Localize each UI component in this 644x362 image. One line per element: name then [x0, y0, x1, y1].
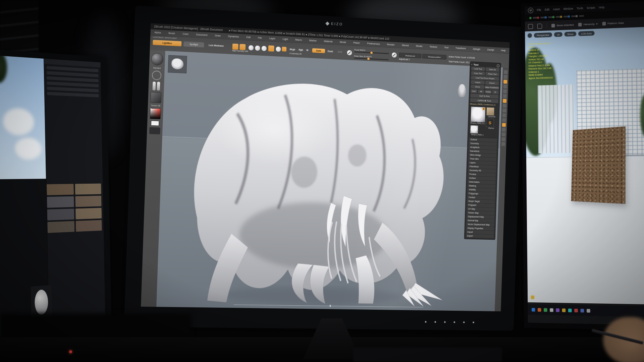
show-inherited-button[interactable]: Show Inherited	[551, 23, 574, 27]
zbrush-menu-item[interactable]: Preferences	[367, 42, 380, 46]
side-strip-icon[interactable]	[502, 118, 506, 122]
browse-icon[interactable]	[537, 23, 542, 28]
z-intensity-slider[interactable]: Z Intensity 25	[289, 52, 338, 57]
unreal-menu-item[interactable]: Tools	[577, 6, 583, 10]
collapse-arrow-icon[interactable]: ‹	[471, 63, 472, 66]
list-item[interactable]	[47, 81, 99, 87]
tool-palette-button[interactable]: Make PolyMesh3D	[485, 85, 499, 89]
zbrush-menu-item[interactable]: Macro	[295, 38, 302, 42]
tool-palette-button[interactable]: Import	[471, 80, 485, 84]
lit-mode-button[interactable]: Lit	[554, 32, 562, 37]
side-strip-icon[interactable]	[502, 113, 506, 117]
unreal-menu-item[interactable]: Window	[563, 7, 573, 11]
lazy-mouse-icon[interactable]	[391, 52, 397, 58]
zcut-toggle[interactable]: Zcut	[338, 51, 342, 53]
list-item[interactable]	[47, 76, 99, 82]
focal-shift-handle[interactable]	[370, 52, 373, 54]
zsub-toggle[interactable]: Zsub	[327, 50, 333, 53]
zbrush-menu-item[interactable]: Color	[182, 32, 189, 36]
osd-button[interactable]	[434, 321, 436, 323]
stroke-curve-icon[interactable]	[346, 50, 353, 56]
replay-last-button[interactable]: ReplayLast	[399, 53, 421, 58]
tool-palette-button[interactable]: Paste Tool	[485, 72, 499, 76]
zbrush-menu-item[interactable]: Light	[283, 38, 288, 41]
unreal-menu-item[interactable]: Edit	[545, 8, 549, 11]
taskbar-app-icon[interactable]	[532, 308, 535, 311]
taskbar-app-icon[interactable]	[550, 308, 553, 312]
zbrush-menu-item[interactable]: Help	[501, 49, 506, 52]
tool-palette-button[interactable]: Visible	[485, 90, 492, 94]
texture-thumbnail[interactable]	[150, 92, 161, 103]
asset-icon[interactable]	[531, 296, 535, 299]
hierarchy-button[interactable]: Hierarchy ▾	[578, 22, 598, 26]
taskbar-app-icon[interactable]	[544, 308, 547, 312]
tool-palette-button[interactable]: GoZ To Print	[470, 94, 498, 99]
taskbar-app-icon[interactable]	[562, 308, 566, 312]
color-swatch[interactable]	[151, 121, 159, 126]
zbrush-menu-item[interactable]: Movie	[340, 41, 346, 44]
tool-subpalette-item[interactable]: Vector Displacement Map	[466, 223, 494, 227]
texture-slot-button[interactable]	[268, 45, 274, 52]
side-strip-icon[interactable]	[503, 104, 506, 108]
zbrush-menu-item[interactable]: Tool	[444, 46, 448, 49]
save-icon[interactable]	[528, 24, 533, 29]
platform-stats-button[interactable]: Platform Stats	[602, 21, 624, 25]
osd-button[interactable]	[453, 321, 455, 323]
alpha-bars-icon[interactable]	[153, 81, 160, 90]
brush-preset-button[interactable]	[232, 44, 238, 50]
list-item[interactable]	[47, 92, 99, 97]
zbrush-menu-item[interactable]: Layer	[269, 37, 275, 40]
unreal-menu-item[interactable]: Help	[599, 6, 604, 9]
zbrush-menu-item[interactable]: Texture	[430, 45, 437, 49]
reference-bust-thumbnail[interactable]	[458, 84, 466, 97]
zbrush-menu-item[interactable]: Material	[324, 40, 333, 43]
taskbar-app-icon[interactable]	[587, 309, 590, 312]
tool-palette-button[interactable]: Save As	[486, 67, 499, 72]
reference-thumbnail[interactable]	[47, 209, 74, 221]
tool-subpalette-item[interactable]: Export	[466, 234, 494, 238]
side-strip-icon[interactable]	[503, 89, 507, 93]
zbrush-menu-item[interactable]: Render	[387, 43, 394, 46]
side-strip-icon[interactable]	[501, 142, 505, 146]
reference-thumbnail[interactable]	[47, 196, 74, 208]
side-strip-icon[interactable]	[503, 80, 507, 84]
osd-button[interactable]	[425, 321, 427, 323]
adjust-last-control[interactable]: AdjustLast 1	[399, 58, 410, 61]
list-item[interactable]	[47, 86, 99, 92]
osd-button[interactable]	[463, 321, 465, 323]
zbrush-menu-item[interactable]: Brush	[168, 32, 175, 35]
brush-preset-button[interactable]	[239, 44, 246, 50]
osd-button[interactable]	[444, 321, 446, 323]
brush-thumbnail[interactable]	[151, 53, 163, 66]
side-strip-icon[interactable]	[504, 70, 507, 74]
tool-palette-button[interactable]: Lightbox ▶ Tools	[470, 98, 498, 103]
zbrush-menu-item[interactable]: Stroke	[416, 45, 423, 48]
zbrush-menu-item[interactable]: Picker	[353, 41, 360, 45]
color-picker[interactable]	[150, 108, 161, 119]
show-flags-button[interactable]: Show	[565, 32, 577, 37]
timeline-marker[interactable]	[330, 305, 331, 307]
tool-palette-button[interactable]: Load Tool	[471, 67, 485, 71]
reference-thumbnail[interactable]	[75, 196, 101, 207]
recent-tool-thumbnail[interactable]	[486, 107, 494, 116]
m-toggle[interactable]: M	[306, 49, 308, 51]
unreal-menu-item[interactable]: Scripts	[587, 6, 595, 10]
replay-last-rel-button[interactable]: ReplayLastRel	[422, 54, 446, 60]
zbrush-menu-item[interactable]: Marker	[309, 39, 317, 42]
zbrush-menu-item[interactable]: Dynamics	[228, 35, 239, 38]
status-indicator-icon[interactable]	[568, 15, 570, 17]
tool-preview-thumbnail[interactable]	[168, 55, 187, 73]
side-strip-icon[interactable]	[503, 94, 507, 98]
zbrush-canvas[interactable]	[156, 51, 503, 311]
reference-thumbnail[interactable]	[75, 208, 102, 219]
lightbox-button[interactable]: LightBox	[153, 40, 181, 46]
zbrush-menu-item[interactable]: Stencil	[402, 44, 409, 47]
zbrush-menu-item[interactable]: Transform	[455, 47, 466, 50]
list-item[interactable]	[47, 71, 99, 77]
tool-subpalette-item[interactable]: Display Properties	[466, 226, 494, 231]
spotlight-button[interactable]: Spotlight	[183, 41, 204, 47]
pin-icon[interactable]	[497, 64, 499, 67]
status-indicator-icon[interactable]	[560, 15, 562, 18]
zbrush-menu-item[interactable]: Edit	[246, 36, 251, 39]
side-strip-icon[interactable]	[502, 123, 506, 127]
